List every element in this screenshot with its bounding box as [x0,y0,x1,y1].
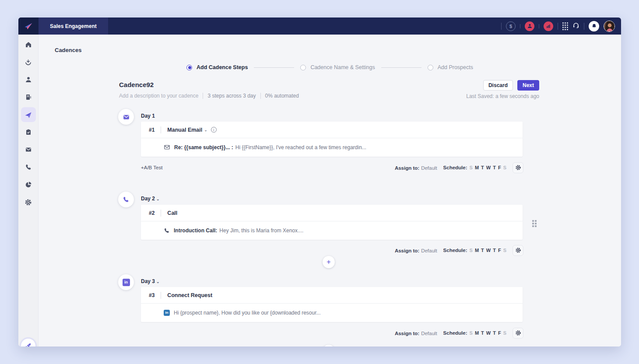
sidebar-item-reports[interactable] [21,177,36,192]
day3-step-content[interactable]: in Hi {prospect name}, How did you like … [141,304,523,322]
step-radio-icon [428,65,433,70]
cadence-meta-row: Add a description to your cadence 3 step… [119,93,299,99]
day1-step-card: #1 Manual Email ⌄ i Re: {{same subject}}… [141,122,523,157]
sidebar-item-people[interactable] [21,72,36,87]
stepper-connector [254,67,294,68]
schedule-day-3[interactable]: W [486,248,491,253]
nav-divider [539,24,539,28]
assign-to-label: Assign to: [395,331,419,336]
cadence-name[interactable]: Cadence92 [119,81,154,88]
schedule-day-5[interactable]: F [498,165,501,170]
sidebar-item-documents[interactable] [21,90,36,105]
add-step-button[interactable]: + [323,256,335,268]
app-logo[interactable] [18,18,39,35]
ab-test-button[interactable]: +A/B Test [141,165,162,170]
user-avatar[interactable] [604,21,615,32]
sidebar-item-capture[interactable] [21,55,36,70]
notification-bell-icon[interactable] [589,21,599,32]
nav-divider [558,23,558,30]
day2-footer: Assign to:Default Schedule: SMTWTFS [141,245,523,256]
analytics-icon[interactable] [544,21,553,31]
email-preview: Hi {{FirstName}}, I've reached out a few… [235,144,366,150]
step-type-label[interactable]: Call [167,210,177,216]
schedule-day-0[interactable]: S [470,330,473,336]
schedule-day-4[interactable]: T [493,330,496,336]
sidebar-item-mail[interactable] [21,142,36,157]
schedule-day-6[interactable]: S [503,165,506,170]
sidebar-item-calls[interactable] [21,160,36,175]
nav-divider [520,24,520,28]
day2-step-content[interactable]: Introduction Call: Hey Jim, this is Mari… [141,221,523,239]
phone-icon [123,196,130,203]
assign-to-value[interactable]: Default [421,331,437,336]
step-settings-button[interactable] [513,162,523,173]
contacts-icon[interactable] [525,21,534,31]
day3-label[interactable]: Day 3⌄ [141,278,160,284]
schedule-day-2[interactable]: T [481,330,484,336]
linkedin-icon: in [123,279,130,286]
launch-rocket-button[interactable] [21,339,35,346]
stepper-step-cadence-name-settings[interactable]: Cadence Name & Settings [300,64,375,70]
day2-step-card: #2 Call Introduction Call: Hey Jim, this… [141,205,523,240]
schedule-day-3[interactable]: W [486,165,491,170]
discard-button[interactable]: Discard [483,80,513,91]
schedule-day-5[interactable]: F [498,248,501,253]
call-preview: Hey Jim, this is Maria from Xenox.... [219,228,303,234]
assign-to-value[interactable]: Default [421,165,437,171]
next-button[interactable]: Next [517,80,539,91]
linkedin-preview: Hi {prospect name}, How did you like our… [174,310,321,316]
step-settings-button[interactable] [513,245,523,256]
day2-label[interactable]: Day 2⌄ [141,196,160,202]
step-type-label[interactable]: Connect Request [167,292,212,298]
schedule-day-2[interactable]: T [481,165,484,170]
day1-step-content[interactable]: Re: {{same subject}}... : Hi {{FirstName… [141,138,523,156]
chevron-down-icon: ⌄ [156,280,160,284]
stepper-step-add-prospects[interactable]: Add Prospects [428,64,473,70]
linkedin-icon: in [164,310,170,316]
step-settings-button[interactable] [513,328,523,339]
schedule-day-3[interactable]: W [486,330,491,336]
schedule-day-0[interactable]: S [470,248,473,253]
schedule-day-0[interactable]: S [470,165,473,170]
top-navbar: Sales Engagement $ [18,18,621,35]
schedule-day-6[interactable]: S [503,330,506,336]
tab-sales-engagement[interactable]: Sales Engagement [39,18,108,35]
schedule-day-1[interactable]: M [475,248,479,253]
sidebar-item-settings[interactable] [21,195,36,210]
app-window: Sales Engagement $ [18,18,621,346]
step-type-dropdown[interactable]: Manual Email [167,127,202,133]
assign-to-label: Assign to: [395,165,419,171]
gear-icon [515,247,521,253]
drag-handle[interactable] [532,220,537,227]
schedule-day-1[interactable]: M [475,165,479,170]
nav-divider [501,23,502,30]
schedule-day-1[interactable]: M [475,330,479,336]
schedule-day-4[interactable]: T [493,248,496,253]
assign-to-value[interactable]: Default [421,248,437,253]
info-icon[interactable]: i [211,127,217,133]
cadence-description-placeholder[interactable]: Add a description to your cadence [119,93,198,99]
main-content: Cadences Add Cadence Steps Cadence Name … [39,35,621,346]
schedule-day-4[interactable]: T [493,165,496,170]
add-step-button-partial[interactable]: + [323,345,335,346]
meta-divider [203,93,203,99]
schedule-day-2[interactable]: T [481,248,484,253]
chevron-down-icon: ⌄ [156,197,160,201]
sidebar-item-home[interactable] [21,37,36,52]
sidebar-item-cadences[interactable] [21,107,36,122]
schedule-label: Schedule: [443,330,467,336]
schedule-days: SMTWTFS [470,330,506,336]
step-radio-icon [186,65,192,70]
headset-icon[interactable] [572,22,579,31]
chevron-down-icon[interactable]: ⌄ [204,128,207,132]
schedule-label: Schedule: [443,165,467,170]
schedule-day-6[interactable]: S [503,248,506,253]
last-saved-status: Last Saved: a few seconds ago [466,93,539,99]
stepper-connector [381,67,421,68]
dialpad-icon[interactable] [562,22,568,30]
schedule-day-5[interactable]: F [498,330,501,336]
steps-summary: 3 steps across 3 day [207,93,256,99]
sidebar-item-tasks[interactable] [21,125,36,140]
billing-icon[interactable]: $ [506,21,516,31]
stepper-step-add-cadence-steps[interactable]: Add Cadence Steps [186,64,248,70]
